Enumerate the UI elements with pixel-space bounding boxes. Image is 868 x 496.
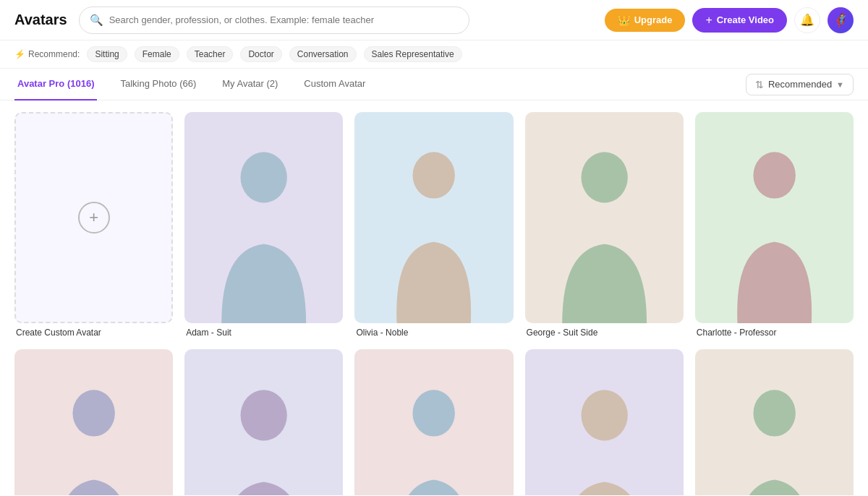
recommend-bar: ⚡ Recommend: Sitting Female Teacher Doct… <box>0 40 868 69</box>
svg-point-1 <box>413 153 455 199</box>
sort-icon: ⇅ <box>755 79 764 90</box>
svg-point-6 <box>413 390 455 436</box>
avatar-figure <box>14 349 173 495</box>
search-icon: 🔍 <box>90 14 103 27</box>
svg-point-5 <box>241 390 287 440</box>
list-item[interactable]: Charles - Teacher <box>525 349 684 495</box>
tabs-bar: Avatar Pro (1016) Talking Photo (66) My … <box>0 69 868 101</box>
notification-button[interactable]: 🔔 <box>794 7 820 33</box>
create-avatar-card[interactable]: + <box>14 112 173 323</box>
search-bar[interactable]: 🔍 <box>79 7 469 34</box>
avatar-card-name: Charlotte - Professor <box>695 328 854 338</box>
avatar-card-image <box>525 112 684 323</box>
tab-my-avatar[interactable]: My Avatar (2) <box>219 69 281 101</box>
recommend-tag-sitting[interactable]: Sitting <box>87 46 127 62</box>
list-item[interactable]: Charlotte - Professor <box>695 112 854 338</box>
tab-custom-avatar[interactable]: Custom Avatar <box>301 69 368 101</box>
search-input[interactable] <box>109 14 459 25</box>
avatar-figure <box>525 112 684 323</box>
list-item[interactable]: Basma - Pink Hijab <box>354 349 513 495</box>
svg-point-3 <box>753 153 795 199</box>
avatar-figure <box>525 349 684 495</box>
recommend-tag-doctor[interactable]: Doctor <box>240 46 281 62</box>
avatar-figure <box>695 112 854 323</box>
avatar-card-name: Olivia - Noble <box>354 328 513 338</box>
avatar-card-image <box>525 349 684 495</box>
avatar-card-image <box>354 349 513 495</box>
avatar-card-name: George - Suit Side <box>525 328 684 338</box>
svg-point-8 <box>753 390 795 436</box>
recommend-label: ⚡ Recommend: <box>14 49 80 59</box>
sort-label: Recommended <box>768 79 832 90</box>
create-video-button[interactable]: + Create Video <box>692 8 787 33</box>
header: Avatars 🔍 👑 Upgrade + Create Video 🔔 🦸 <box>0 0 868 40</box>
page-title: Avatars <box>14 12 67 28</box>
plus-circle-icon: + <box>78 202 110 234</box>
avatar-card-name: Create Custom Avatar <box>14 328 173 338</box>
list-item[interactable]: + Create Custom Avatar <box>14 112 173 338</box>
chevron-down-icon: ▼ <box>836 80 844 89</box>
avatar-card-image <box>14 349 173 495</box>
list-item[interactable]: Ali - Ghutra <box>184 349 343 495</box>
avatar-card-image <box>184 349 343 495</box>
user-avatar[interactable]: 🦸 <box>827 7 854 33</box>
avatar-figure <box>354 112 513 323</box>
list-item[interactable]: Brittany - Staff <box>695 349 854 495</box>
tabs: Avatar Pro (1016) Talking Photo (66) My … <box>14 69 746 101</box>
crown-icon: 👑 <box>618 14 630 26</box>
avatar-figure <box>184 349 343 495</box>
avatar-card-image <box>184 112 343 323</box>
bolt-icon: ⚡ <box>14 49 25 59</box>
avatar-figure <box>184 112 343 323</box>
list-item[interactable]: Adam - Suit <box>184 112 343 338</box>
recommend-tag-conversation[interactable]: Conversation <box>289 46 357 62</box>
recommend-tag-female[interactable]: Female <box>135 46 179 62</box>
sort-control[interactable]: ⇅ Recommended ▼ <box>746 74 854 95</box>
list-item[interactable]: George - Suit Side <box>525 112 684 338</box>
avatar-grid: + Create Custom Avatar Adam - Suit Olivi… <box>0 101 868 495</box>
svg-point-7 <box>581 390 627 440</box>
avatar-figure <box>354 349 513 495</box>
svg-point-4 <box>72 390 114 436</box>
list-item[interactable]: Olivia - Noble <box>354 112 513 338</box>
svg-point-0 <box>241 153 287 203</box>
avatar-card-image <box>354 112 513 323</box>
recommend-tag-teacher[interactable]: Teacher <box>187 46 234 62</box>
plus-icon: + <box>705 14 712 27</box>
svg-point-2 <box>581 153 627 203</box>
tab-avatar-pro[interactable]: Avatar Pro (1016) <box>14 69 97 101</box>
upgrade-button[interactable]: 👑 Upgrade <box>605 9 686 32</box>
header-right: 👑 Upgrade + Create Video 🔔 🦸 <box>605 7 854 33</box>
avatar-card-image <box>695 349 854 495</box>
avatar-figure <box>695 349 854 495</box>
recommend-tag-sales[interactable]: Sales Representative <box>364 46 462 62</box>
avatar-card-image <box>695 112 854 323</box>
avatar-card-name: Adam - Suit <box>184 328 343 338</box>
list-item[interactable]: Chloe - HR Manager <box>14 349 173 495</box>
tab-talking-photo[interactable]: Talking Photo (66) <box>117 69 199 101</box>
